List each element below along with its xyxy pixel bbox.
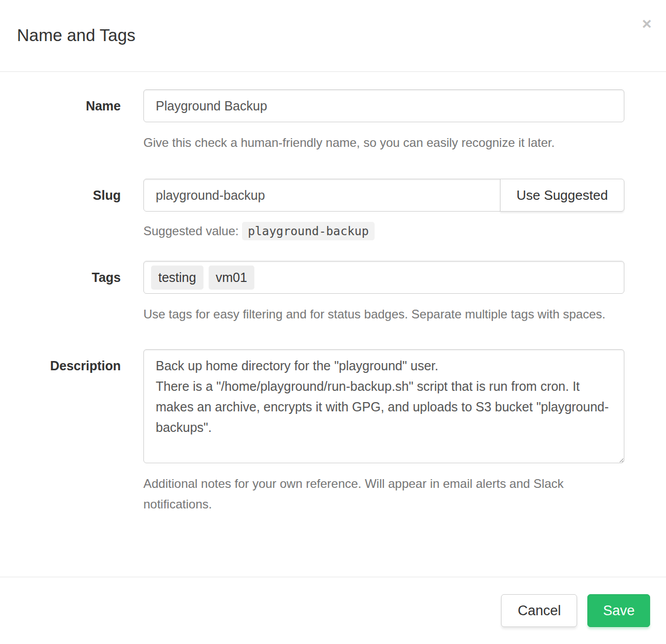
description-label: Description: [0, 349, 121, 515]
suggested-value-code: playground-backup: [242, 222, 374, 240]
description-textarea[interactable]: Back up home directory for the "playgrou…: [143, 349, 624, 463]
tags-label: Tags: [0, 261, 121, 325]
name-and-tags-dialog: Name and Tags × Name Give this check a h…: [0, 0, 666, 644]
slug-input[interactable]: [143, 179, 501, 212]
name-input[interactable]: [143, 89, 624, 122]
dialog-footer: Cancel Save: [0, 577, 666, 644]
name-help-text: Give this check a human-friendly name, s…: [143, 132, 624, 153]
slug-help-text: Suggested value: playground-backup: [143, 221, 624, 241]
tags-form-group: Tags testing vm01 Use tags for easy filt…: [0, 261, 624, 325]
dialog-body: Name Give this check a human-friendly na…: [0, 72, 666, 577]
save-button[interactable]: Save: [587, 594, 650, 627]
close-icon[interactable]: ×: [642, 15, 652, 32]
tag-chip-testing[interactable]: testing: [151, 266, 203, 290]
use-suggested-button[interactable]: Use Suggested: [500, 179, 624, 212]
name-form-group: Name Give this check a human-friendly na…: [0, 89, 624, 153]
cancel-button[interactable]: Cancel: [501, 594, 577, 627]
slug-input-group: Use Suggested: [143, 179, 624, 212]
dialog-header: Name and Tags ×: [0, 0, 666, 72]
tags-help-text: Use tags for easy filtering and for stat…: [143, 304, 624, 325]
slug-label: Slug: [0, 179, 121, 241]
dialog-title: Name and Tags: [17, 25, 649, 46]
tag-chip-vm01[interactable]: vm01: [209, 266, 254, 290]
description-form-group: Description Back up home directory for t…: [0, 349, 624, 515]
description-help-text: Additional notes for your own reference.…: [143, 473, 624, 515]
tags-input[interactable]: testing vm01: [143, 261, 624, 294]
slug-form-group: Slug Use Suggested Suggested value: play…: [0, 179, 624, 241]
name-label: Name: [0, 89, 121, 153]
suggested-value-prefix: Suggested value:: [143, 224, 238, 238]
